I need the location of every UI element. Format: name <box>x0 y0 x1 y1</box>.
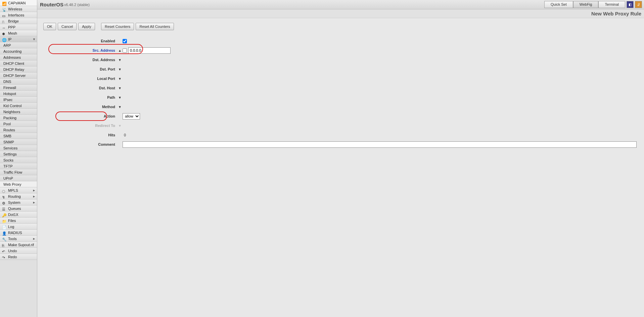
sub-label: Addresses <box>3 54 21 60</box>
comment-input[interactable] <box>123 141 637 148</box>
radius-icon: 👤 <box>2 230 7 235</box>
label-dst-port: Dst. Port <box>40 67 117 71</box>
expand-down-icon[interactable]: ▼ <box>117 96 123 99</box>
sidebar-sub-upnp[interactable]: UPnP <box>0 175 37 181</box>
sidebar-item-tools[interactable]: 🔧Tools► <box>0 236 37 242</box>
sidebar: 📶CAPsMAN 📡Wireless ▭Interfaces ⎍Bridge ↔… <box>0 0 37 317</box>
page-title: New Web Proxy Rule <box>591 11 641 16</box>
sidebar-item-queues[interactable]: ☰Queues <box>0 206 37 212</box>
sidebar-sub-dns[interactable]: DNS <box>0 79 37 85</box>
expand-down-icon[interactable]: ▼ <box>117 77 123 81</box>
ok-button[interactable]: OK <box>43 23 56 30</box>
src-address-not-checkbox[interactable] <box>123 48 127 53</box>
sidebar-item-bridge[interactable]: ⎍Bridge <box>0 18 37 24</box>
expand-down-icon[interactable]: ▼ <box>117 86 123 90</box>
sub-label: DHCP Server <box>3 73 26 79</box>
sidebar-label: Files <box>8 218 16 224</box>
sidebar-sub-tftp[interactable]: TFTP <box>0 163 37 169</box>
sidebar-sub-web-proxy[interactable]: Web Proxy <box>0 181 37 187</box>
sidebar-sub-ipsec[interactable]: IPsec <box>0 97 37 103</box>
sub-label: TFTP <box>3 163 13 169</box>
supout-icon: ⎘ <box>2 242 7 247</box>
sub-label: Settings <box>3 151 17 157</box>
sidebar-sub-addresses[interactable]: Addresses <box>0 54 37 60</box>
sidebar-sub-dhcp-client[interactable]: DHCP Client <box>0 60 37 66</box>
sidebar-sub-firewall[interactable]: Firewall <box>0 85 37 91</box>
row-hits: Hits 0 <box>40 130 641 140</box>
expand-down-icon[interactable]: ▼ <box>117 58 123 62</box>
sidebar-sub-kid-control[interactable]: Kid Control <box>0 103 37 109</box>
sidebar-item-dot1x[interactable]: 🔑Dot1X <box>0 212 37 218</box>
tab-terminal[interactable]: Terminal <box>598 1 625 8</box>
expand-down-icon[interactable]: ▼ <box>117 67 123 71</box>
sidebar-sub-traffic-flow[interactable]: Traffic Flow <box>0 169 37 175</box>
undo-icon: ↶ <box>2 248 7 253</box>
tab-quickset[interactable]: Quick Set <box>544 1 573 8</box>
action-select[interactable]: allow <box>123 113 140 120</box>
sidebar-label: Mesh <box>8 30 17 36</box>
apply-button[interactable]: Apply <box>78 23 95 30</box>
sidebar-item-redo[interactable]: ↷Redo <box>0 254 37 260</box>
sidebar-sub-accounting[interactable]: Accounting <box>0 48 37 54</box>
row-dst-port: Dst. Port ▼ <box>40 64 641 74</box>
sidebar-item-capsman[interactable]: 📶CAPsMAN <box>0 0 37 6</box>
sidebar-sub-hotspot[interactable]: Hotspot <box>0 91 37 97</box>
sub-label: Kid Control <box>3 103 21 109</box>
sidebar-item-routing[interactable]: ↯Routing► <box>0 193 37 199</box>
sidebar-item-mpls[interactable]: ◌MPLS► <box>0 187 37 193</box>
sidebar-sub-neighbors[interactable]: Neighbors <box>0 109 37 115</box>
ip-icon: 🌐 <box>2 37 7 42</box>
sidebar-sub-packing[interactable]: Packing <box>0 115 37 121</box>
sidebar-label: Make Supout.rif <box>8 242 34 248</box>
collapse-up-icon[interactable]: ▲ <box>117 49 123 52</box>
hits-value: 0 <box>123 133 126 137</box>
sidebar-label: CAPsMAN <box>8 0 26 6</box>
button-row: OK Cancel Apply Reset Counters Reset All… <box>40 23 641 30</box>
sidebar-sub-routes[interactable]: Routes <box>0 127 37 133</box>
skin-icon[interactable]: ◧ <box>627 1 634 8</box>
sidebar-sub-smb[interactable]: SMB <box>0 133 37 139</box>
sub-label: Pool <box>3 121 11 127</box>
sub-label: Traffic Flow <box>3 169 22 175</box>
reset-counters-button[interactable]: Reset Counters <box>101 23 134 30</box>
row-enabled: Enabled <box>40 36 641 46</box>
src-address-input[interactable] <box>128 47 171 54</box>
logout-icon[interactable]: ⭿ <box>635 1 642 8</box>
sidebar-item-files[interactable]: 📁Files <box>0 218 37 224</box>
sidebar-sub-settings[interactable]: Settings <box>0 151 37 157</box>
sidebar-sub-services[interactable]: Services <box>0 145 37 151</box>
label-dst-address: Dst. Address <box>40 58 117 62</box>
sidebar-item-wireless[interactable]: 📡Wireless <box>0 6 37 12</box>
sidebar-sub-dhcp-relay[interactable]: DHCP Relay <box>0 66 37 73</box>
expand-down-icon: ▼ <box>117 124 123 128</box>
sub-label: UPnP <box>3 175 13 181</box>
sidebar-label: Interfaces <box>8 12 24 18</box>
sidebar-item-ip[interactable]: 🌐IP▼ <box>0 36 37 42</box>
sidebar-item-make-supout[interactable]: ⎘Make Supout.rif <box>0 242 37 248</box>
expand-icon: ► <box>33 193 36 199</box>
capsman-icon: 📶 <box>2 1 7 5</box>
tab-webfig[interactable]: WebFig <box>573 1 599 8</box>
sidebar-sub-snmp[interactable]: SNMP <box>0 139 37 145</box>
sidebar-sub-dhcp-server[interactable]: DHCP Server <box>0 73 37 79</box>
enabled-checkbox[interactable] <box>123 39 127 43</box>
sidebar-sub-socks[interactable]: Socks <box>0 157 37 163</box>
sidebar-item-system[interactable]: ⚙System► <box>0 199 37 206</box>
sidebar-label: Tools <box>8 236 17 242</box>
sidebar-item-mesh[interactable]: ✱Mesh <box>0 30 37 36</box>
sub-label: SNMP <box>3 139 14 145</box>
cancel-button[interactable]: Cancel <box>58 23 77 30</box>
reset-all-counters-button[interactable]: Reset All Counters <box>136 23 174 30</box>
sidebar-item-ppp[interactable]: ↔PPP <box>0 24 37 30</box>
sidebar-item-interfaces[interactable]: ▭Interfaces <box>0 12 37 18</box>
sub-label: Socks <box>3 157 13 163</box>
sidebar-item-undo[interactable]: ↶Undo <box>0 248 37 254</box>
sidebar-sub-arp[interactable]: ARP <box>0 42 37 48</box>
sidebar-item-radius[interactable]: 👤RADIUS <box>0 230 37 236</box>
bridge-icon: ⎍ <box>2 19 7 24</box>
sidebar-sub-pool[interactable]: Pool <box>0 121 37 127</box>
expand-down-icon[interactable]: ▼ <box>117 105 123 109</box>
label-comment: Comment <box>40 142 117 146</box>
sidebar-item-log[interactable]: 📄Log <box>0 224 37 230</box>
sub-label: Packing <box>3 115 16 121</box>
